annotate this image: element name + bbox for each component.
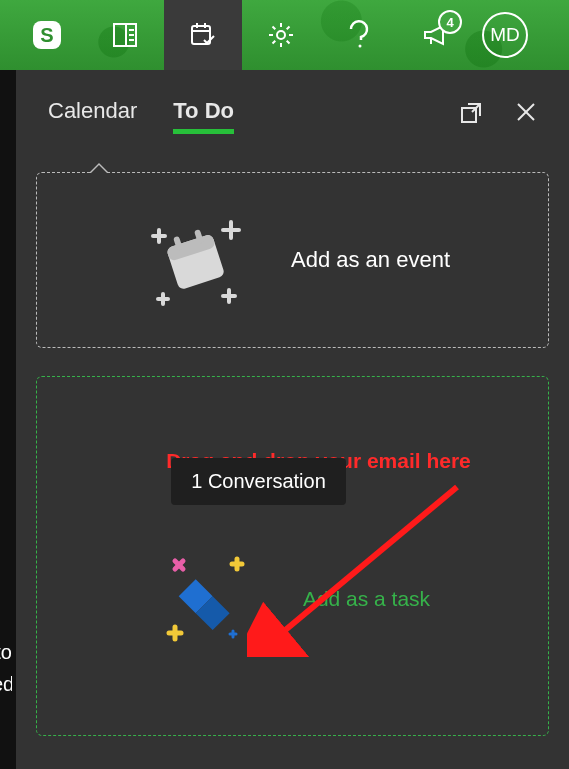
close-icon [515,101,537,123]
avatar[interactable]: MD [482,12,528,58]
task-row: Add as a task [155,549,430,649]
announcements-button[interactable]: 4 [398,0,476,70]
svg-point-12 [359,45,362,48]
gear-icon [266,20,296,50]
myday-panel: Calendar To Do [16,70,569,769]
todo-sparkle-icon [155,549,265,649]
event-drop-label: Add as an event [291,247,450,273]
sticky-notes-button[interactable] [86,0,164,70]
clipped-text: to ed [0,636,12,700]
popout-icon [459,101,483,125]
skype-button[interactable]: S [8,0,86,70]
tab-todo[interactable]: To Do [173,98,234,132]
settings-button[interactable] [242,0,320,70]
question-icon [346,19,372,51]
calendar-sparkle-icon [135,200,255,320]
task-drop-zone[interactable]: Drag and drop your email here 1 Conversa… [36,376,549,736]
tab-calendar[interactable]: Calendar [48,98,137,132]
task-drop-label: Add as a task [303,587,430,611]
todo-toolbar-button[interactable] [164,0,242,70]
calendar-check-icon [188,20,218,50]
help-button[interactable] [320,0,398,70]
tabs-row: Calendar To Do [16,70,569,144]
drag-chip[interactable]: 1 Conversation [171,458,346,505]
event-drop-zone[interactable]: Add as an event [36,172,549,348]
popout-button[interactable] [459,101,483,129]
svg-text:S: S [40,24,53,46]
close-button[interactable] [515,101,537,129]
svg-point-11 [277,31,285,39]
avatar-initials: MD [490,24,520,46]
announcements-badge: 4 [438,10,462,34]
app-topbar: S [0,0,569,70]
skype-icon: S [30,18,64,52]
note-icon [110,20,140,50]
